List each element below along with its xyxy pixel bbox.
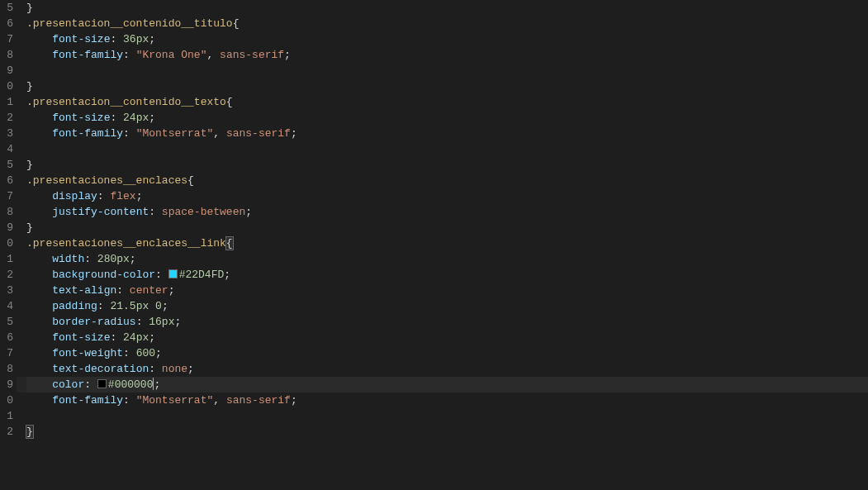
token-str: "Krona One" bbox=[136, 49, 207, 61]
code-line[interactable]: color: #000000; bbox=[26, 377, 868, 392]
code-line[interactable]: font-size: 24px; bbox=[26, 110, 868, 126]
code-line[interactable]: .presentacion__contenido__texto{ bbox=[26, 94, 868, 110]
line-number: 4 bbox=[0, 141, 13, 157]
line-number-gutter: 5678901234567890123456789012 bbox=[0, 0, 17, 490]
token-prop: justify-content bbox=[52, 206, 149, 218]
token-ident: sans-serif bbox=[220, 49, 284, 61]
code-line[interactable]: } bbox=[26, 157, 868, 173]
token-semi: ; bbox=[130, 253, 136, 265]
token-colon: : bbox=[110, 112, 123, 124]
color-swatch-icon bbox=[168, 269, 178, 278]
token-prop: padding bbox=[52, 300, 97, 312]
token-prop: font-family bbox=[52, 49, 123, 61]
code-line[interactable]: font-size: 36px; bbox=[26, 31, 868, 47]
token-semi: ; bbox=[224, 269, 230, 281]
line-number: 3 bbox=[0, 283, 13, 298]
code-line[interactable]: font-family: "Montserrat", sans-serif; bbox=[26, 392, 868, 408]
token-colon: : bbox=[110, 331, 123, 344]
code-line[interactable]: justify-content: space-between; bbox=[26, 204, 868, 220]
token-colon: : bbox=[149, 206, 162, 218]
token-semi: ; bbox=[149, 33, 155, 45]
code-editor[interactable]: 5678901234567890123456789012 }.presentac… bbox=[0, 0, 868, 490]
code-line[interactable]: } bbox=[26, 0, 868, 16]
token-num: 16px bbox=[149, 316, 174, 328]
token-brace: } bbox=[26, 426, 33, 438]
token-colon: : bbox=[110, 33, 123, 45]
code-line[interactable]: .presentaciones__enclaces{ bbox=[26, 173, 868, 188]
code-area[interactable]: }.presentacion__contenido__titulo{ font-… bbox=[17, 0, 868, 490]
token-colon: : bbox=[136, 316, 149, 328]
code-line[interactable] bbox=[26, 141, 868, 157]
token-prop: text-align bbox=[52, 284, 116, 297]
token-colon: : bbox=[155, 269, 168, 281]
token-kw: center bbox=[130, 284, 168, 297]
token-num: 0 bbox=[155, 300, 162, 312]
token-semi: ; bbox=[245, 206, 252, 218]
token-prop: text-decoration bbox=[52, 363, 149, 375]
code-line[interactable]: .presentaciones__enclaces__link{ bbox=[26, 235, 868, 251]
token-semi: ; bbox=[174, 316, 181, 328]
token-semi: ; bbox=[155, 347, 162, 359]
line-number: 5 bbox=[0, 157, 13, 173]
code-line[interactable]: font-size: 24px; bbox=[26, 330, 868, 345]
line-number: 2 bbox=[0, 267, 13, 283]
token-num: #22D4FD bbox=[179, 269, 225, 281]
token-colon: : bbox=[97, 300, 111, 312]
line-number: 7 bbox=[0, 31, 13, 47]
token-semi: ; bbox=[149, 112, 155, 124]
token-brace: } bbox=[26, 80, 33, 93]
code-line[interactable]: .presentacion__contenido__titulo{ bbox=[26, 16, 868, 31]
token-str: "Montserrat" bbox=[136, 394, 214, 407]
code-line[interactable]: width: 280px; bbox=[26, 251, 868, 267]
line-number: 1 bbox=[0, 408, 13, 424]
code-line[interactable]: } bbox=[26, 220, 868, 235]
code-line[interactable]: } bbox=[26, 424, 868, 440]
code-line[interactable]: text-decoration: none; bbox=[26, 361, 868, 377]
token-num: 21.5px bbox=[110, 300, 149, 312]
line-number: 8 bbox=[0, 361, 13, 377]
code-line[interactable]: } bbox=[26, 78, 868, 94]
line-number: 7 bbox=[0, 345, 13, 361]
line-number: 4 bbox=[0, 298, 13, 314]
color-swatch-icon bbox=[97, 379, 107, 388]
code-line[interactable]: padding: 21.5px 0; bbox=[26, 298, 868, 314]
token-kw: space-between bbox=[162, 206, 245, 218]
token-selector: .presentaciones__enclaces__link bbox=[26, 237, 226, 250]
token-brace: { bbox=[233, 17, 240, 30]
code-line[interactable]: font-family: "Krona One", sans-serif; bbox=[26, 47, 868, 63]
token-colon: : bbox=[123, 127, 136, 140]
line-number: 6 bbox=[0, 173, 13, 188]
code-line[interactable] bbox=[26, 63, 868, 78]
token-colon: : bbox=[116, 284, 130, 297]
code-line[interactable]: font-weight: 600; bbox=[26, 345, 868, 361]
line-number: 5 bbox=[0, 314, 13, 330]
token-brace: } bbox=[26, 2, 33, 14]
line-number: 0 bbox=[0, 392, 13, 408]
token-semi: ; bbox=[291, 127, 297, 140]
line-number: 9 bbox=[0, 377, 13, 392]
line-number: 9 bbox=[0, 220, 13, 235]
text-cursor bbox=[153, 378, 154, 390]
token-semi: ; bbox=[136, 190, 143, 202]
token-prop: background-color bbox=[52, 269, 155, 281]
token-prop: font-size bbox=[52, 112, 110, 124]
token-semi: ; bbox=[284, 49, 291, 61]
token-selector: .presentaciones__enclaces bbox=[26, 174, 187, 187]
token-ident: sans-serif bbox=[226, 394, 291, 407]
token-semi: ; bbox=[168, 284, 175, 297]
code-line[interactable]: font-family: "Montserrat", sans-serif; bbox=[26, 126, 868, 141]
token-brace: { bbox=[226, 237, 233, 250]
token-selector: .presentacion__contenido__texto bbox=[26, 96, 226, 108]
token-colon: : bbox=[123, 49, 136, 61]
token-num: 600 bbox=[136, 347, 155, 359]
code-line[interactable] bbox=[26, 408, 868, 424]
token-colon: : bbox=[97, 190, 111, 202]
code-line[interactable]: background-color: #22D4FD; bbox=[26, 267, 868, 283]
token-prop: display bbox=[52, 190, 97, 202]
token-num: 24px bbox=[123, 331, 149, 344]
line-number: 3 bbox=[0, 126, 13, 141]
code-line[interactable]: border-radius: 16px; bbox=[26, 314, 868, 330]
code-line[interactable]: text-align: center; bbox=[26, 283, 868, 298]
code-line[interactable]: display: flex; bbox=[26, 188, 868, 204]
line-number: 2 bbox=[0, 110, 13, 126]
